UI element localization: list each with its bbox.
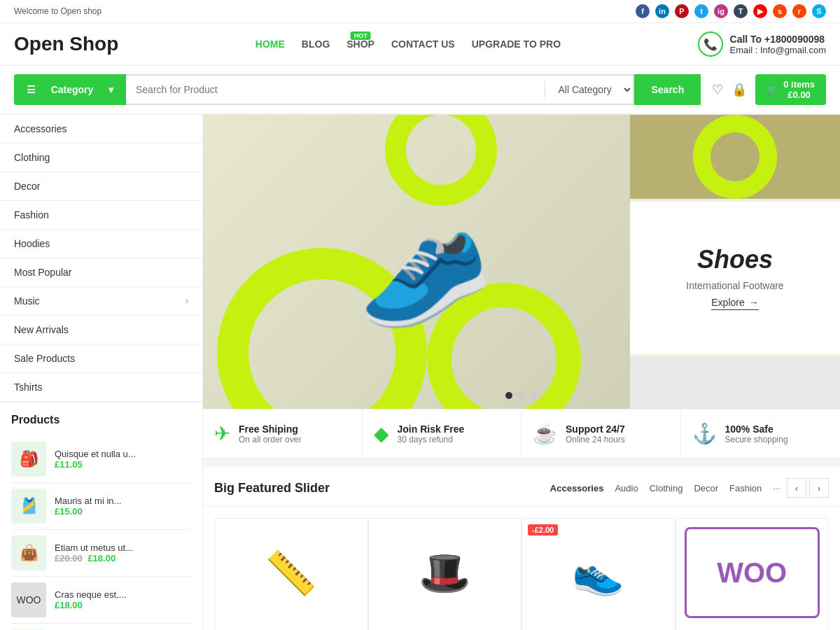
sidebar-item-decor[interactable]: Decor <box>0 172 202 201</box>
sidebar-item-accessories[interactable]: Accessories <box>0 115 202 144</box>
nav-blog[interactable]: BLOG <box>302 38 330 50</box>
nav-upgrade[interactable]: UPGRADE TO PRO <box>472 38 561 50</box>
product-thumb-4: WOO <box>11 582 46 617</box>
cart-text: 0 items £0.00 <box>783 79 815 100</box>
sidebar-product-4[interactable]: WOO Cras neque est,... £18.00 <box>11 577 191 624</box>
benefit-sub-4: Secure shopping <box>725 435 788 444</box>
product-name-4: Cras neque est,... <box>55 589 127 600</box>
product-info-4: Cras neque est,... £18.00 <box>55 589 127 610</box>
hero-product-subtitle: International Footware <box>686 280 783 291</box>
benefit-title-4: 100% Safe <box>725 424 788 435</box>
instagram-icon[interactable]: ig <box>714 4 728 18</box>
stumbleupon-icon[interactable]: s <box>773 4 787 18</box>
email-label: Email : <box>730 45 758 55</box>
welcome-text: Welcome to Open shop <box>14 6 102 16</box>
benefit-safe: ⚓ 100% Safe Secure shopping <box>681 410 841 458</box>
search-button[interactable]: Search <box>634 74 701 105</box>
pinterest-icon[interactable]: P <box>675 4 689 18</box>
featured-prev-button[interactable]: ‹ <box>787 478 806 498</box>
explore-label: Explore <box>711 297 744 308</box>
cart-icon: 🛒 <box>766 85 778 95</box>
sidebar-product-3[interactable]: 👜 Etiam ut metus ut... £20.00 £18.00 <box>11 530 191 577</box>
nav-contact[interactable]: CONTACT US <box>391 38 455 50</box>
slider-dot-2[interactable] <box>518 392 525 399</box>
product-info-3: Etiam ut metus ut... £20.00 £18.00 <box>55 542 133 564</box>
featured-tab-accessories[interactable]: Accessories <box>550 483 604 493</box>
product-price-3: £20.00 £18.00 <box>55 553 133 564</box>
featured-product-4[interactable]: WOO <box>676 518 830 630</box>
nav-home[interactable]: HOME <box>255 38 285 50</box>
sidebar-menu: Accessories Clothing Decor Fashion Hoodi… <box>0 115 202 402</box>
header: Open Shop HOME BLOG HOT SHOP CONTACT US … <box>0 23 840 66</box>
main-layout: Accessories Clothing Decor Fashion Hoodi… <box>0 115 840 630</box>
sidebar-item-sale-products[interactable]: Sale Products <box>0 344 202 373</box>
contact-info: 📞 Call To +1800090098 Email : Info@gmail… <box>698 31 826 57</box>
facebook-icon[interactable]: f <box>636 4 650 18</box>
hero-main-slide: 👟 <box>203 115 630 409</box>
coffee-icon: ☕ <box>533 422 557 445</box>
sidebar-item-clothing[interactable]: Clothing <box>0 144 202 172</box>
hero-side-top <box>630 115 840 199</box>
featured-product-3[interactable]: -£2.00 👟 <box>522 518 676 630</box>
phone-icon: 📞 <box>698 31 723 57</box>
product-price-4: £18.00 <box>55 600 127 610</box>
sidebar-item-most-popular[interactable]: Most Popular <box>0 258 202 287</box>
benefit-support: ☕ Support 24/7 Online 24 hours <box>522 410 681 458</box>
sidebar-item-hoodies[interactable]: Hoodies <box>0 230 202 258</box>
featured-product-1[interactable]: 📏 <box>214 518 368 630</box>
cart-button[interactable]: 🛒 0 items £0.00 <box>755 74 826 105</box>
tumblr-icon[interactable]: T <box>734 4 748 18</box>
featured-more-btn[interactable]: ··· <box>773 482 781 493</box>
email-address: Info@gmail.com <box>760 45 826 55</box>
skype-icon[interactable]: S <box>812 4 826 18</box>
social-icons: f in P t ig T ▶ s r S <box>636 4 826 18</box>
featured-tab-clothing[interactable]: Clothing <box>650 483 683 493</box>
hot-badge: HOT <box>351 31 371 40</box>
product-info-2: Mauris at mi in... £15.00 <box>55 496 121 517</box>
hero-slider: 👟 Shoes International Footware Explore → <box>203 115 840 409</box>
sidebar: Accessories Clothing Decor Fashion Hoodi… <box>0 115 203 630</box>
slider-dot-1[interactable] <box>505 392 512 399</box>
featured-product-img-4: WOO <box>685 527 820 618</box>
phone-number: +1800090098 <box>764 34 825 45</box>
product-thumb-1: 🎒 <box>11 442 46 477</box>
logo[interactable]: Open Shop <box>14 33 118 55</box>
twitter-icon[interactable]: t <box>694 4 708 18</box>
wishlist-icon[interactable]: ♡ <box>712 82 723 97</box>
benefit-sub-1: On all order over <box>239 435 301 444</box>
sidebar-item-fashion[interactable]: Fashion <box>0 201 202 230</box>
nav-shop[interactable]: HOT SHOP <box>346 38 374 50</box>
featured-product-2[interactable]: 🎩 <box>368 518 522 630</box>
sidebar-product-5[interactable]: 👟 Nullam faucibus... £9.00 <box>11 624 191 630</box>
product-price-1: £11.05 <box>55 459 136 470</box>
featured-tab-decor[interactable]: Decor <box>694 483 718 493</box>
sidebar-product-2[interactable]: 🎽 Mauris at mi in... £15.00 <box>11 483 191 530</box>
benefit-sub-2: 30 days refund <box>398 435 465 444</box>
sidebar-product-1[interactable]: 🎒 Quisque et nulla u... £11.05 <box>11 436 191 483</box>
hero-explore-link[interactable]: Explore → <box>711 297 758 310</box>
sidebar-item-new-arrivals[interactable]: New Arrivals <box>0 316 202 344</box>
hero-side-extra <box>630 357 840 409</box>
featured-next-button[interactable]: › <box>809 478 829 498</box>
lock-icon[interactable]: 🔒 <box>732 82 747 97</box>
benefit-free-shipping: ✈ Free Shiping On all order over <box>203 410 363 458</box>
category-menu-button[interactable]: ☰ Category ▾ <box>14 74 126 105</box>
featured-controls: Accessories Audio Clothing Decor Fashion… <box>550 478 829 498</box>
product-name-2: Mauris at mi in... <box>55 496 121 506</box>
reddit-icon[interactable]: r <box>792 4 806 18</box>
category-select[interactable]: All Category Accessories Clothing Decor … <box>545 76 633 104</box>
featured-tab-fashion[interactable]: Fashion <box>729 483 762 493</box>
arrow-icon: › <box>186 296 188 306</box>
linkedin-icon[interactable]: in <box>655 4 669 18</box>
benefit-title-1: Free Shiping <box>239 424 301 435</box>
featured-tab-audio[interactable]: Audio <box>615 483 638 493</box>
youtube-icon[interactable]: ▶ <box>753 4 767 18</box>
featured-product-grid: 📏 🎩 -£2.00 👟 WOO <box>203 507 840 630</box>
featured-header: Big Featured Slider Accessories Audio Cl… <box>203 478 840 507</box>
sidebar-item-tshirts[interactable]: Tshirts <box>0 373 202 402</box>
sidebar-item-music[interactable]: Music › <box>0 287 202 316</box>
search-input[interactable] <box>126 76 545 104</box>
main-nav: HOME BLOG HOT SHOP CONTACT US UPGRADE TO… <box>255 38 561 50</box>
plane-icon: ✈ <box>214 422 230 445</box>
slider-dot-3[interactable] <box>531 392 538 399</box>
